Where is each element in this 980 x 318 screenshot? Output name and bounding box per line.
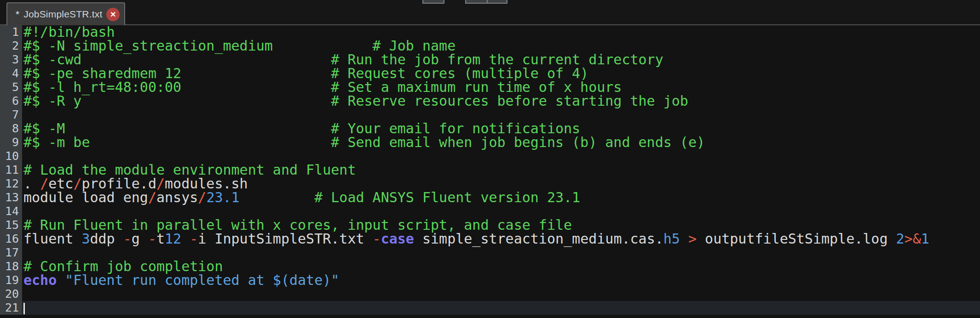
line-number: 12	[0, 177, 22, 191]
line-number: 13	[0, 191, 22, 204]
line-number: 4	[0, 67, 22, 80]
code-segment: 1	[921, 231, 929, 247]
code-segment: fluent	[23, 231, 81, 247]
code-line[interactable]: # Load the module environment and Fluent	[22, 163, 980, 177]
code-line[interactable]	[22, 149, 980, 163]
code-line[interactable]	[22, 287, 980, 301]
code-segment: g	[132, 231, 148, 247]
code-line[interactable]	[22, 301, 980, 315]
tab-modified-indicator: *	[16, 9, 19, 20]
line-number: 21	[0, 301, 22, 315]
code-segment: /	[148, 189, 156, 205]
line-number: 2	[0, 39, 22, 53]
code-segment: t	[156, 231, 165, 247]
code-line[interactable]: #$ -R y # Reserve resources before start…	[22, 94, 980, 108]
code-segment: 3	[81, 231, 90, 247]
code-segment: -	[148, 231, 156, 247]
code-line[interactable]	[22, 108, 980, 122]
line-number: 16	[0, 232, 22, 246]
line-number: 3	[0, 53, 22, 67]
cutoff-toolbar-button[interactable]	[422, 0, 444, 4]
code-segment: 23.1	[206, 189, 239, 205]
code-segment	[181, 231, 190, 247]
close-icon: ✕	[110, 10, 116, 19]
line-number: 9	[0, 136, 22, 149]
code-segment: # Load ANSYS Fluent version 23.1	[314, 189, 580, 205]
line-number: 10	[0, 149, 22, 163]
code-area[interactable]: #!/bin/bash#$ -N simple_streaction_mediu…	[22, 25, 980, 317]
code-line[interactable]	[22, 246, 980, 260]
code-segment: InputSimpleSTR.txt	[214, 231, 372, 247]
code-segment: ansys	[156, 189, 198, 205]
line-number: 18	[0, 260, 22, 273]
code-line[interactable]: fluent 3ddp -g -t12 -i InputSimpleSTR.tx…	[22, 232, 980, 246]
gutter: 123456789101112131415161718192021	[0, 25, 22, 315]
code-line[interactable]: #$ -pe sharedmem 12 # Request cores (mul…	[22, 67, 980, 80]
code-segment: simple_streaction_medium.cas.	[414, 231, 663, 247]
code-segment: i	[198, 231, 214, 247]
line-number: 7	[0, 108, 22, 122]
line-number: 15	[0, 218, 22, 232]
code-segment: >&	[905, 231, 921, 247]
text-caret	[23, 303, 25, 314]
line-number: 14	[0, 204, 22, 218]
line-number: 8	[0, 122, 22, 136]
line-number: 20	[0, 287, 22, 301]
code-line[interactable]: #$ -N simple_streaction_medium # Job nam…	[22, 39, 980, 53]
tab-bar: * JobSimpleSTR.txt ✕	[0, 0, 980, 25]
code-line[interactable]: # Run Fluent in parallel with x cores, i…	[22, 218, 980, 232]
line-number: 6	[0, 94, 22, 108]
code-segment	[680, 231, 688, 247]
code-line[interactable]: #$ -cwd # Run the job from the current d…	[22, 53, 980, 67]
editor-tab[interactable]: * JobSimpleSTR.txt ✕	[6, 2, 125, 25]
button-divider	[487, 0, 488, 3]
tab-close-button[interactable]: ✕	[106, 8, 120, 21]
code-line[interactable]	[22, 204, 980, 218]
code-segment: 12	[165, 231, 181, 247]
code-segment: 2	[896, 231, 905, 247]
code-segment: ddp	[90, 231, 123, 247]
code-segment: echo	[23, 272, 57, 288]
code-segment: -	[373, 231, 381, 247]
code-line[interactable]: . /etc/profile.d/modules.sh	[22, 177, 980, 191]
code-line[interactable]: # Confirm job completion	[22, 260, 980, 273]
code-segment: -	[123, 231, 132, 247]
code-segment: h5	[663, 231, 680, 247]
code-line[interactable]: #$ -l h_rt=48:00:00 # Set a maximum run …	[22, 80, 980, 94]
code-segment	[57, 272, 65, 288]
code-segment: >	[688, 231, 697, 247]
line-number: 5	[0, 80, 22, 94]
code-segment: outputfileStSimple.log	[697, 231, 896, 247]
line-number: 11	[0, 163, 22, 177]
line-number: 19	[0, 273, 22, 287]
tab-title: JobSimpleSTR.txt	[23, 9, 102, 20]
code-line[interactable]: #$ -M # Your email for notifications	[22, 122, 980, 136]
code-segment: /	[198, 189, 206, 205]
code-line[interactable]: #!/bin/bash	[22, 25, 980, 39]
code-segment: #$ -m be # Send email when job begins (b…	[23, 134, 705, 150]
code-segment: case	[381, 231, 414, 247]
line-number: 1	[0, 25, 22, 39]
code-line[interactable]: module load eng/ansys/23.1 # Load ANSYS …	[22, 191, 980, 204]
code-line[interactable]: echo "Fluent run completed at $(date)"	[22, 273, 980, 287]
code-segment: #$ -R y # Reserve resources before start…	[23, 93, 688, 109]
code-editor[interactable]: 123456789101112131415161718192021 #!/bin…	[0, 25, 980, 317]
code-segment: module load eng	[23, 189, 148, 205]
cutoff-toolbar-button-group[interactable]	[465, 0, 507, 4]
code-segment	[240, 189, 315, 205]
code-line[interactable]: #$ -m be # Send email when job begins (b…	[22, 136, 980, 149]
code-segment: "Fluent run completed at $(date)"	[65, 272, 339, 288]
code-segment: -	[190, 231, 198, 247]
line-number: 17	[0, 246, 22, 260]
